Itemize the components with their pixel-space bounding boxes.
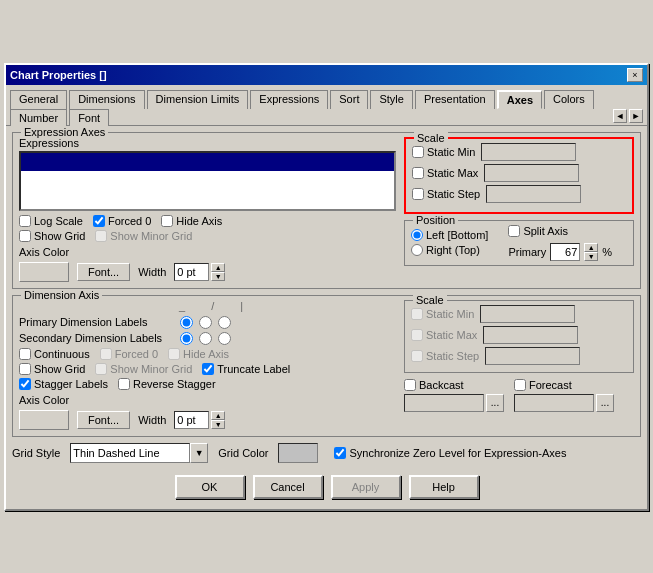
show-grid-input[interactable] [19,230,31,242]
tab-font[interactable]: Font [69,109,109,126]
dim-stagger-labels-input[interactable] [19,378,31,390]
forced-0-input[interactable] [93,215,105,227]
width-input[interactable] [174,263,209,281]
tab-colors[interactable]: Colors [544,90,594,109]
expression-selected-item[interactable] [21,153,394,171]
dim-forced0-checkbox[interactable]: Forced 0 [100,348,158,360]
dim-forced0-input[interactable] [100,348,112,360]
grid-style-dropdown-btn[interactable]: ▼ [190,443,208,463]
grid-color-box[interactable] [278,443,318,463]
tab-number[interactable]: Number [10,109,67,126]
tab-dimension-limits[interactable]: Dimension Limits [147,90,249,109]
static-step-checkbox[interactable]: Static Step [412,188,480,200]
ok-button[interactable]: OK [175,475,245,499]
static-min-checkbox[interactable]: Static Min [412,146,475,158]
dim-static-min-checkbox[interactable]: Static Min [411,308,474,320]
hide-axis-input[interactable] [161,215,173,227]
show-minor-grid-input[interactable] [95,230,107,242]
hide-axis-checkbox[interactable]: Hide Axis [161,215,222,227]
tab-dimensions[interactable]: Dimensions [69,90,144,109]
primary-radio-1[interactable] [180,316,193,329]
secondary-radio-3[interactable] [218,332,231,345]
tab-axes[interactable]: Axes [497,90,542,109]
primary-radio-2[interactable] [199,316,212,329]
dim-static-step-input[interactable] [411,350,423,362]
width-down-btn[interactable]: ▼ [211,272,225,281]
axis-color-button[interactable] [19,262,69,282]
backcast-value[interactable] [404,394,484,412]
backcast-checkbox[interactable]: Backcast [404,379,504,391]
font-button[interactable]: Font... [77,263,130,281]
static-step-input[interactable] [412,188,424,200]
dim-font-button[interactable]: Font... [77,411,130,429]
show-grid-checkbox[interactable]: Show Grid [19,230,85,242]
log-scale-input[interactable] [19,215,31,227]
dim-show-grid-input[interactable] [19,363,31,375]
backcast-ellipsis-btn[interactable]: ... [486,394,504,412]
static-max-value[interactable] [484,164,579,182]
dim-show-minor-grid-checkbox[interactable]: Show Minor Grid [95,363,192,375]
left-bottom-radio[interactable]: Left [Bottom] [411,229,488,241]
forced-0-checkbox[interactable]: Forced 0 [93,215,151,227]
width-up-btn[interactable]: ▲ [211,263,225,272]
secondary-radio-1[interactable] [180,332,193,345]
dim-static-max-value[interactable] [483,326,578,344]
primary-radio-3[interactable] [218,316,231,329]
split-axis-input[interactable] [508,225,520,237]
primary-up-btn[interactable]: ▲ [584,243,598,252]
dim-continuous-input[interactable] [19,348,31,360]
dim-width-down-btn[interactable]: ▼ [211,420,225,429]
right-top-radio[interactable]: Right (Top) [411,244,488,256]
dim-axis-color-button[interactable] [19,410,69,430]
static-min-value[interactable] [481,143,576,161]
backcast-input[interactable] [404,379,416,391]
nav-right-button[interactable]: ► [629,109,643,123]
dim-show-grid-checkbox[interactable]: Show Grid [19,363,85,375]
dim-static-step-value[interactable] [485,347,580,365]
tab-presentation[interactable]: Presentation [415,90,495,109]
primary-down-btn[interactable]: ▼ [584,252,598,261]
dim-hide-axis-checkbox[interactable]: Hide Axis [168,348,229,360]
dim-truncate-label-checkbox[interactable]: Truncate Label [202,363,290,375]
static-step-value[interactable] [486,185,581,203]
dim-static-min-input[interactable] [411,308,423,320]
right-top-input[interactable] [411,244,423,256]
dim-hide-axis-input[interactable] [168,348,180,360]
tab-sort[interactable]: Sort [330,90,368,109]
expressions-listbox[interactable] [19,151,396,211]
dim-continuous-checkbox[interactable]: Continuous [19,348,90,360]
dim-width-up-btn[interactable]: ▲ [211,411,225,420]
nav-left-button[interactable]: ◄ [613,109,627,123]
grid-style-input[interactable] [70,443,190,463]
dim-truncate-label-input[interactable] [202,363,214,375]
dim-stagger-labels-checkbox[interactable]: Stagger Labels [19,378,108,390]
sync-input[interactable] [334,447,346,459]
static-max-input[interactable] [412,167,424,179]
dim-reverse-stagger-checkbox[interactable]: Reverse Stagger [118,378,216,390]
log-scale-checkbox[interactable]: Log Scale [19,215,83,227]
dim-static-max-checkbox[interactable]: Static Max [411,329,477,341]
forecast-checkbox[interactable]: Forecast [514,379,614,391]
static-min-input[interactable] [412,146,424,158]
dim-show-minor-grid-input[interactable] [95,363,107,375]
tab-general[interactable]: General [10,90,67,109]
tab-expressions[interactable]: Expressions [250,90,328,109]
secondary-radio-2[interactable] [199,332,212,345]
split-axis-checkbox[interactable]: Split Axis [508,225,568,237]
dim-static-max-input[interactable] [411,329,423,341]
sync-checkbox[interactable]: Synchronize Zero Level for Expression-Ax… [334,447,566,459]
dim-width-input[interactable] [174,411,209,429]
dim-static-min-value[interactable] [480,305,575,323]
show-minor-grid-checkbox[interactable]: Show Minor Grid [95,230,192,242]
primary-value-input[interactable] [550,243,580,261]
apply-button[interactable]: Apply [331,475,401,499]
cancel-button[interactable]: Cancel [253,475,323,499]
help-button[interactable]: Help [409,475,479,499]
static-max-checkbox[interactable]: Static Max [412,167,478,179]
close-button[interactable]: × [627,68,643,82]
tab-style[interactable]: Style [370,90,412,109]
dim-static-step-checkbox[interactable]: Static Step [411,350,479,362]
forecast-value[interactable] [514,394,594,412]
forecast-input[interactable] [514,379,526,391]
dim-reverse-stagger-input[interactable] [118,378,130,390]
